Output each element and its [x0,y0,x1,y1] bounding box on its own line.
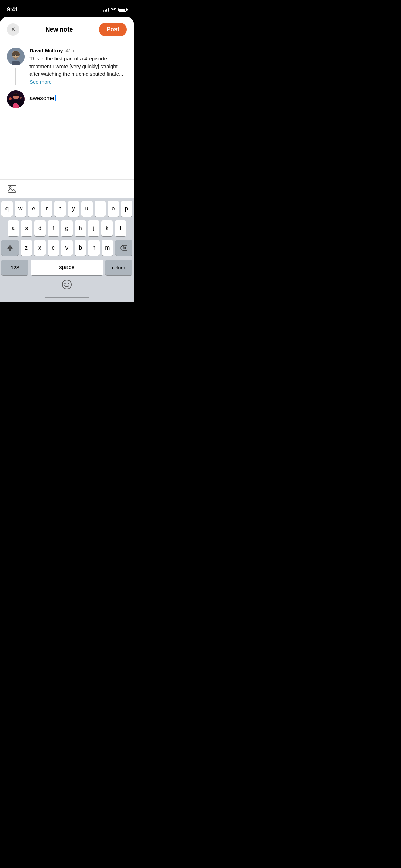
shift-key[interactable] [1,240,19,256]
key-b[interactable]: b [75,240,86,256]
key-l[interactable]: l [115,220,126,236]
avatar-david [7,48,25,65]
original-post: David McIlroy 41m This is the first part… [7,48,127,85]
reply-text: awesome [29,95,54,101]
key-u[interactable]: u [81,201,93,217]
keyboard-footer [1,277,132,291]
avatar-column [7,48,25,85]
svg-point-17 [68,283,69,284]
home-indicator [0,292,134,302]
see-more-link[interactable]: See more [29,79,127,85]
post-text: This is the first part of a 4-episode tr… [29,55,127,78]
svg-point-16 [64,283,66,284]
key-w[interactable]: w [15,201,26,217]
header-title: New note [46,26,73,33]
close-icon: ✕ [11,27,15,32]
reply-area: awesome [7,90,127,108]
post-username: David McIlroy [29,48,63,53]
svg-rect-5 [12,61,20,65]
text-cursor [55,95,56,101]
key-s[interactable]: s [21,220,32,236]
key-g[interactable]: g [61,220,72,236]
svg-point-8 [9,97,12,100]
svg-point-15 [62,280,71,289]
keyboard-row-3: z x c v b n m [1,240,132,256]
keyboard-row-2: a s d f g h j k l [1,220,132,236]
post-button[interactable]: Post [99,23,127,36]
return-key[interactable]: return [105,260,132,275]
svg-point-9 [20,97,22,99]
key-t[interactable]: t [54,201,66,217]
post-body: David McIlroy 41m This is the first part… [29,48,127,85]
keyboard: q w e r t y u i o p a s d f g h j k l [0,198,134,292]
space-key[interactable]: space [31,260,103,275]
keyboard-bottom-row: 123 space return [1,260,132,275]
key-k[interactable]: k [101,220,113,236]
signal-icon [103,8,109,12]
key-d[interactable]: d [34,220,46,236]
post-header: David McIlroy 41m [29,48,127,53]
key-a[interactable]: a [8,220,19,236]
content-area: David McIlroy 41m This is the first part… [0,42,134,179]
key-y[interactable]: y [68,201,79,217]
battery-icon [118,8,127,12]
key-h[interactable]: h [75,220,86,236]
emoji-button[interactable] [60,279,74,290]
key-z[interactable]: z [21,240,32,256]
key-v[interactable]: v [61,240,72,256]
numbers-key[interactable]: 123 [1,260,28,275]
key-r[interactable]: r [41,201,52,217]
post-time: 41m [66,48,76,53]
thread-line [15,68,16,85]
avatar-reply [7,90,25,108]
delete-key[interactable] [115,240,132,256]
key-i[interactable]: i [95,201,106,217]
close-button[interactable]: ✕ [7,23,19,36]
key-q[interactable]: q [1,201,13,217]
toolbar [0,179,134,198]
svg-rect-11 [8,185,16,192]
keyboard-row-1: q w e r t y u i o p [1,201,132,217]
key-c[interactable]: c [48,240,59,256]
image-attachment-button[interactable] [7,184,17,194]
key-e[interactable]: e [28,201,39,217]
wifi-icon [111,7,116,12]
app-container: ✕ New note Post [0,17,134,302]
home-bar [45,297,89,298]
key-m[interactable]: m [102,240,113,256]
key-o[interactable]: o [108,201,119,217]
key-p[interactable]: p [121,201,132,217]
header: ✕ New note Post [0,17,134,42]
status-icons [103,7,127,12]
reply-input[interactable]: awesome [29,90,127,103]
status-time: 9:41 [7,6,18,13]
key-j[interactable]: j [88,220,99,236]
status-bar: 9:41 [0,0,134,17]
key-x[interactable]: x [34,240,45,256]
key-n[interactable]: n [88,240,99,256]
key-f[interactable]: f [48,220,59,236]
svg-point-12 [10,187,11,189]
